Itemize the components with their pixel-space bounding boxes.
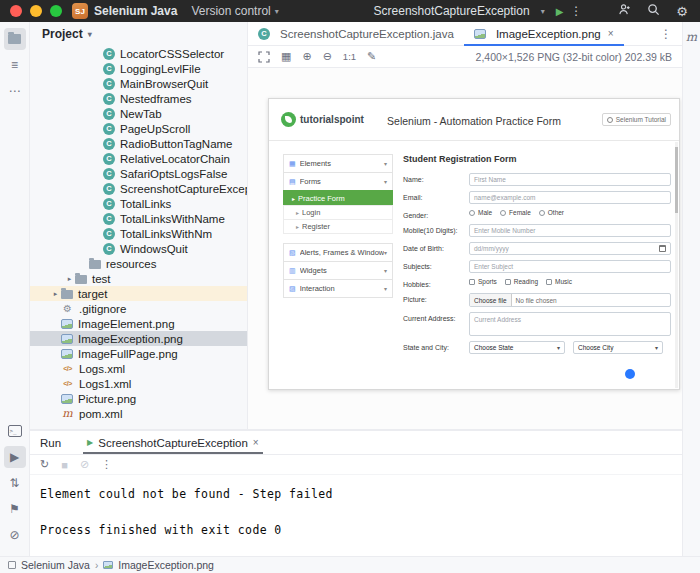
more-actions-icon[interactable]: ⋮ [570,4,582,18]
class-icon: C [103,123,115,135]
form-control: name@example.com [469,191,671,204]
bookmarks-tool-icon[interactable]: ⚑ [4,498,26,520]
tree-item[interactable]: </>Logs.xml [30,361,247,376]
titlebar-actions: ⚙ [618,3,688,19]
project-panel-header[interactable]: Project ▾ [30,22,247,46]
kebab-icon[interactable]: ⋮ [101,458,112,471]
class-icon: C [103,108,115,120]
image-file-icon [103,561,113,569]
tree-item[interactable]: CLocatorCSSSelector [30,46,247,61]
image-preview-canvas[interactable]: tutorialspoint Selenium - Automation Pra… [248,68,682,429]
zoom-out-icon[interactable]: ⊖ [323,51,332,62]
tree-item[interactable]: mpom.xml [30,406,247,421]
run-panel-title[interactable]: Run [40,437,61,449]
tree-item[interactable]: CRelativeLocatorChain [30,151,247,166]
console-line [40,503,682,521]
select-input: Choose State▾ [469,341,565,354]
tree-item-label: TotalLinksWithNm [120,228,212,240]
more-tool-windows-icon[interactable]: ⋯ [4,80,26,102]
tab-imageexception-png[interactable]: ImageException.png × [464,22,624,45]
date-input: dd/mm/yyyy [469,242,671,255]
fit-to-window-icon[interactable] [258,51,270,63]
tree-item[interactable]: CTotalLinksWithNm [30,226,247,241]
tree-item-label: ImageElement.png [78,318,175,330]
tree-item[interactable]: resources [30,256,247,271]
project-tree: CLocatorCSSSelectorCLoggingLevlFileCMain… [30,46,247,430]
project-tool-icon[interactable] [4,28,26,50]
tree-item-label: RelativeLocatorChain [120,153,230,165]
class-icon: C [103,213,115,225]
fullscreen-window-button[interactable] [50,5,62,17]
tab-screenshotcaptureexception-java[interactable]: C ScreenshotCaptureException.java [248,22,464,45]
edit-image-icon[interactable]: ✎ [367,51,376,62]
tree-item[interactable]: CMainBrowserQuit [30,76,247,91]
tree-item[interactable]: CNewTab [30,106,247,121]
settings-gear-icon[interactable]: ⚙ [676,5,688,18]
project-badge[interactable]: SJ [72,3,88,19]
run-tool-icon[interactable]: ▶ [4,446,26,468]
tree-item[interactable]: ⚙.gitignore [30,301,247,316]
terminal-tool-icon[interactable]: >_ [4,420,26,442]
structure-tool-icon[interactable]: ≡ [4,54,26,76]
search-icon[interactable] [647,3,660,19]
chevron-down-icon: ▾ [541,7,545,16]
class-icon: C [103,183,115,195]
grid-icon[interactable]: ▦ [281,51,291,62]
actual-size-button[interactable]: 1:1 [343,52,356,62]
form-row: Email:name@example.com [403,191,671,204]
form-row: Gender:MaleFemaleOther [403,209,671,219]
close-run-tab-icon[interactable]: × [253,437,259,448]
breadcrumb-file[interactable]: ImageException.png [118,559,214,571]
tree-item[interactable]: CScreenshotCaptureException [30,181,247,196]
problems-tool-icon[interactable]: ⊘ [4,524,26,546]
tree-item[interactable]: ▸target [30,286,247,301]
tree-item[interactable]: ▸test [30,271,247,286]
zoom-in-icon[interactable]: ⊕ [302,51,311,62]
project-panel: Project ▾ CLocatorCSSSelectorCLoggingLev… [30,22,248,430]
tree-item[interactable]: CWindowsQuit [30,241,247,256]
page-scrollbar-thumb [675,147,678,213]
close-tab-icon[interactable]: × [608,28,614,39]
tree-chevron-icon: ▸ [64,275,75,283]
kebab-icon[interactable]: ⋮ [650,27,682,41]
menu-item-icon: ▥ [289,267,296,275]
tree-item[interactable]: CTotalLinksWithName [30,211,247,226]
minimize-window-button[interactable] [30,5,42,17]
commit-tool-icon[interactable]: ⇅ [4,472,26,494]
tree-item[interactable]: CSafariOptsLogsFalse [30,166,247,181]
form-control: Current Address [469,312,671,336]
tree-item[interactable]: CRadioButtonTagName [30,136,247,151]
menu-item-label: Elements [300,159,384,168]
class-icon: C [103,138,115,150]
tree-item[interactable]: CPageUpScroll [30,121,247,136]
tree-item[interactable]: CTotalLinks [30,196,247,211]
chevron-down-icon: ▾ [655,344,658,351]
tree-item[interactable]: ImageFullPage.png [30,346,247,361]
project-name[interactable]: Selenium Java [94,4,177,18]
console-line: Process finished with exit code 0 [40,521,682,539]
tree-item[interactable]: ImageException.png [30,331,247,346]
run-configuration-name[interactable]: ScreenshotCaptureException [374,4,530,18]
rerun-icon[interactable]: ↻ [40,458,49,471]
selenium-logo-icon [607,117,613,123]
preview-page-header: tutorialspoint Selenium - Automation Pra… [269,99,679,141]
run-tab[interactable]: ▶ ScreenshotCaptureException × [79,431,267,454]
tree-item[interactable]: </>Logs1.xml [30,376,247,391]
close-window-button[interactable] [10,5,22,17]
tree-item-label: resources [106,258,157,270]
tree-item[interactable]: Picture.png [30,391,247,406]
tree-item[interactable]: ImageElement.png [30,316,247,331]
tree-item[interactable]: CLoggingLevlFile [30,61,247,76]
form-label: Date of Birth: [403,242,469,252]
class-icon: C [103,78,115,90]
breadcrumb-project[interactable]: Selenium Java [21,559,90,571]
vcs-widget[interactable]: Version control [191,4,270,18]
form-label: Email: [403,191,469,201]
maven-tool-icon[interactable]: m [686,30,697,44]
editor-area: C ScreenshotCaptureException.java ImageE… [248,22,682,430]
tree-item[interactable]: CNestedframes [30,91,247,106]
run-button[interactable]: ▶ [556,6,564,17]
add-user-icon[interactable] [618,3,631,19]
tab-label: ScreenshotCaptureException.java [280,28,454,40]
class-icon: C [103,93,115,105]
